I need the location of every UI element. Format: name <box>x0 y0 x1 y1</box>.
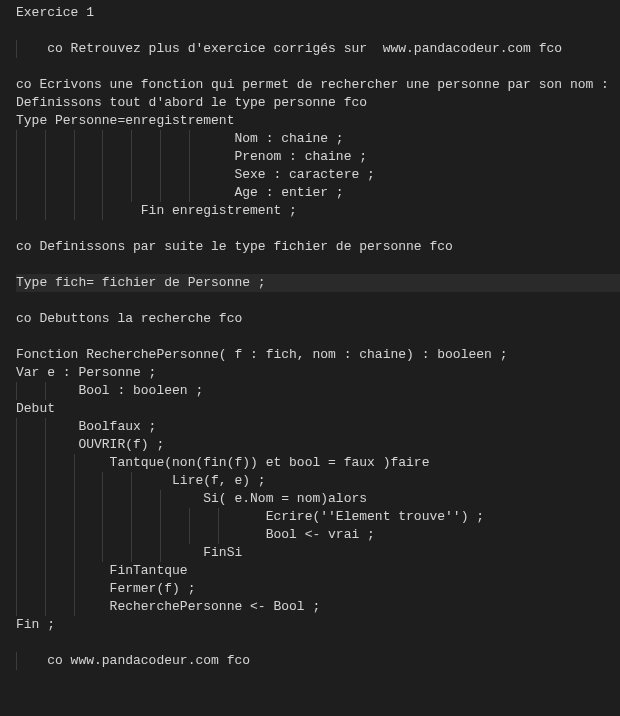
code-line <box>16 292 620 310</box>
code-line: Bool <- vrai ; <box>16 526 620 544</box>
code-line <box>16 256 620 274</box>
code-line: FinTantque <box>16 562 620 580</box>
code-text: Ecrire(''Element trouve'') ; <box>16 508 484 526</box>
code-line: Fonction RecherchePersonne( f : fich, no… <box>16 346 620 364</box>
code-line: Si( e.Nom = nom)alors <box>16 490 620 508</box>
code-text: Type Personne=enregistrement <box>16 112 234 130</box>
code-line: Age : entier ; <box>16 184 620 202</box>
code-text: Age : entier ; <box>16 184 344 202</box>
code-line: Var e : Personne ; <box>16 364 620 382</box>
code-text: Boolfaux ; <box>16 418 156 436</box>
code-line: Debut <box>16 400 620 418</box>
code-line <box>16 58 620 76</box>
code-line: Bool : booleen ; <box>16 382 620 400</box>
code-line: co www.pandacodeur.com fco <box>16 652 620 670</box>
code-text: Fin enregistrement ; <box>16 202 297 220</box>
code-line <box>16 328 620 346</box>
code-line: Fermer(f) ; <box>16 580 620 598</box>
code-line <box>16 634 620 652</box>
code-text: Fin ; <box>16 616 55 634</box>
code-text: Fermer(f) ; <box>16 580 195 598</box>
code-text: Fonction RecherchePersonne( f : fich, no… <box>16 346 507 364</box>
code-text: co Debuttons la recherche fco <box>16 310 242 328</box>
code-text: Definissons tout d'abord le type personn… <box>16 94 367 112</box>
code-line: Nom : chaine ; <box>16 130 620 148</box>
code-line: FinSi <box>16 544 620 562</box>
code-line <box>16 22 620 40</box>
code-line <box>16 220 620 238</box>
code-text: Var e : Personne ; <box>16 364 156 382</box>
code-line: Type Personne=enregistrement <box>16 112 620 130</box>
code-line: Prenom : chaine ; <box>16 148 620 166</box>
code-line: Exercice 1 <box>16 4 620 22</box>
code-text: Lire(f, e) ; <box>16 472 266 490</box>
code-text: co Retrouvez plus d'exercice corrigés su… <box>16 40 562 58</box>
code-line: Sexe : caractere ; <box>16 166 620 184</box>
code-line: co Definissons par suite le type fichier… <box>16 238 620 256</box>
code-text: Tantque(non(fin(f)) et bool = faux )fair… <box>16 454 429 472</box>
code-text: co www.pandacodeur.com fco <box>16 652 250 670</box>
code-text: Si( e.Nom = nom)alors <box>16 490 367 508</box>
code-line: Ecrire(''Element trouve'') ; <box>16 508 620 526</box>
code-line: Fin ; <box>16 616 620 634</box>
code-text: Debut <box>16 400 55 418</box>
code-line: RecherchePersonne <- Bool ; <box>16 598 620 616</box>
code-text: RecherchePersonne <- Bool ; <box>16 598 320 616</box>
code-text: Bool : booleen ; <box>16 382 203 400</box>
code-text: Nom : chaine ; <box>16 130 344 148</box>
code-text: Exercice 1 <box>16 4 94 22</box>
code-line: co Ecrivons une fonction qui permet de r… <box>16 76 620 94</box>
code-line: Type fich= fichier de Personne ; <box>16 274 620 292</box>
code-line: OUVRIR(f) ; <box>16 436 620 454</box>
code-line: co Debuttons la recherche fco <box>16 310 620 328</box>
code-line: Lire(f, e) ; <box>16 472 620 490</box>
code-line: Tantque(non(fin(f)) et bool = faux )fair… <box>16 454 620 472</box>
code-line: co Retrouvez plus d'exercice corrigés su… <box>16 40 620 58</box>
code-text: Sexe : caractere ; <box>16 166 375 184</box>
code-text: Prenom : chaine ; <box>16 148 367 166</box>
code-line: Fin enregistrement ; <box>16 202 620 220</box>
code-text: Bool <- vrai ; <box>16 526 375 544</box>
code-text: FinSi <box>16 544 242 562</box>
code-text: Type fich= fichier de Personne ; <box>16 274 266 292</box>
code-text: OUVRIR(f) ; <box>16 436 164 454</box>
code-line: Boolfaux ; <box>16 418 620 436</box>
code-text: FinTantque <box>16 562 188 580</box>
code-line: Definissons tout d'abord le type personn… <box>16 94 620 112</box>
code-text: co Definissons par suite le type fichier… <box>16 238 453 256</box>
code-text: co Ecrivons une fonction qui permet de r… <box>16 76 609 94</box>
code-editor: Exercice 1 co Retrouvez plus d'exercice … <box>0 0 620 674</box>
